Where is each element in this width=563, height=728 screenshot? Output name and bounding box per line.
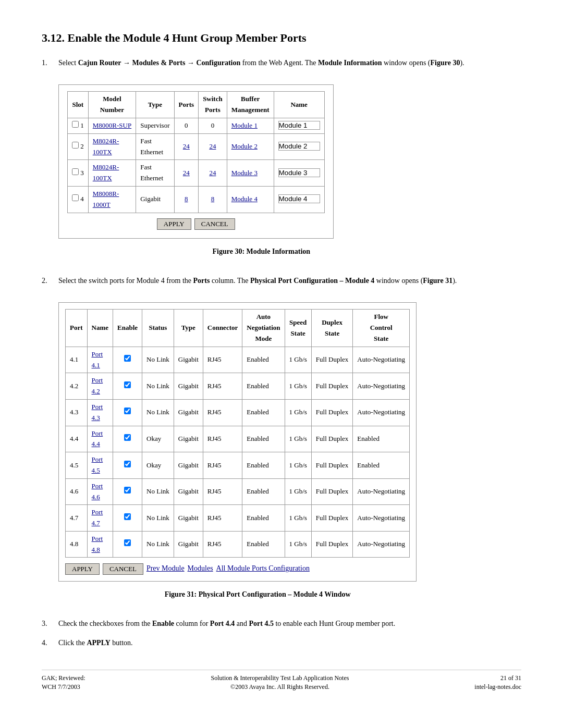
slot-checkbox-4[interactable]	[72, 194, 79, 201]
model-link-1[interactable]: M8000R-SUP	[93, 121, 131, 129]
ptype-cell-7: Gigabit	[174, 505, 203, 532]
col-ptype: Type	[174, 310, 203, 347]
model-cell-2: M8024R-100TX	[88, 133, 136, 160]
model-link-4[interactable]: M8008R-1000T	[93, 190, 119, 208]
footer-center2: ©2003 Avaya Inc. All Rights Reserved.	[211, 683, 349, 691]
pname-link-2[interactable]: Port4.2	[92, 376, 103, 395]
name-input-4[interactable]	[278, 194, 320, 203]
bufmgmt-link-3[interactable]: Module 3	[231, 169, 258, 177]
module-row-3: 3M8024R-100TXFastEthernet2424Module 3	[68, 160, 325, 187]
slot-checkbox-3[interactable]	[72, 168, 79, 175]
model-link-2[interactable]: M8024R-100TX	[93, 137, 119, 156]
connector-cell-5: RJ45	[203, 452, 242, 479]
connector-cell-8: RJ45	[203, 531, 242, 558]
switchports-link-4[interactable]: 8	[211, 195, 215, 203]
pname-link-6[interactable]: Port4.6	[92, 482, 103, 501]
enable-checkbox-5[interactable]	[124, 461, 131, 467]
bufmgmt-cell-2: Module 2	[227, 133, 274, 160]
pname-link-7[interactable]: Port4.7	[92, 508, 103, 527]
switchports-link-2[interactable]: 24	[209, 142, 216, 150]
bufmgmt-link-1[interactable]: Module 1	[231, 121, 258, 129]
pname-link-8[interactable]: Port4.8	[92, 535, 103, 553]
pname-link-4[interactable]: Port4.4	[92, 429, 103, 448]
ports-link-2[interactable]: 24	[183, 142, 190, 150]
enable-checkbox-1[interactable]	[124, 355, 131, 362]
ports-link-4[interactable]: 8	[185, 195, 188, 203]
prev-module-link[interactable]: Prev Module	[146, 563, 185, 574]
model-link-3[interactable]: M8024R-100TX	[93, 163, 119, 182]
figure-31-cancel-btn[interactable]: CANCEL	[103, 563, 143, 575]
autoneg-cell-4: Enabled	[242, 426, 285, 452]
name-cell-2	[274, 133, 324, 160]
pport-cell-2: 4.2	[66, 373, 88, 400]
pname-link-3[interactable]: Port4.3	[92, 403, 103, 422]
pname-cell-5: Port4.5	[87, 452, 113, 479]
switchports-cell-3: 24	[199, 160, 227, 187]
ptype-cell-8: Gigabit	[174, 531, 203, 558]
col-model: ModelNumber	[88, 92, 136, 118]
pport-cell-6: 4.6	[66, 478, 88, 505]
bufmgmt-link-2[interactable]: Module 2	[231, 142, 258, 150]
switchports-link-3[interactable]: 24	[209, 169, 216, 177]
figure-30-cancel-btn[interactable]: CANCEL	[194, 218, 235, 230]
port-row-3: 4.3Port4.3No LinkGigabitRJ45Enabled1 Gb/…	[66, 399, 410, 426]
enable-checkbox-2[interactable]	[124, 381, 131, 388]
all-module-ports-link[interactable]: All Module Ports Configuration	[216, 563, 310, 574]
name-input-1[interactable]	[278, 121, 320, 130]
name-input-3[interactable]	[278, 168, 320, 177]
enable-cell-7	[113, 505, 142, 532]
connector-cell-2: RJ45	[203, 373, 242, 400]
flow-cell-5: Enabled	[353, 452, 410, 479]
autoneg-cell-8: Enabled	[242, 531, 285, 558]
status-cell-6: No Link	[142, 478, 174, 505]
pname-link-1[interactable]: Port4.1	[92, 350, 103, 369]
module-row-1: 1M8000R-SUPSupervisor00Module 1	[68, 118, 325, 133]
enable-cell-1	[113, 347, 142, 373]
step-4: 4. Click the APPLY button.	[42, 637, 521, 649]
pport-cell-8: 4.8	[66, 531, 88, 558]
ports-link-3[interactable]: 24	[183, 169, 190, 177]
enable-cell-2	[113, 373, 142, 400]
enable-checkbox-4[interactable]	[124, 434, 131, 441]
autoneg-cell-1: Enabled	[242, 347, 285, 373]
figure-31-apply-btn[interactable]: APPLY	[65, 563, 100, 575]
step-1-text: Select Cajun Router → Modules & Ports → …	[58, 59, 464, 67]
step-1-num: 1.	[42, 57, 52, 268]
flow-cell-4: Enabled	[353, 426, 410, 452]
slot-checkbox-2[interactable]	[72, 142, 79, 149]
enable-checkbox-8[interactable]	[124, 539, 131, 546]
footer-left1: GAK; Reviewed:	[42, 674, 85, 682]
switchports-cell-2: 24	[199, 133, 227, 160]
enable-checkbox-7[interactable]	[124, 513, 131, 520]
ptype-cell-3: Gigabit	[174, 399, 203, 426]
enable-checkbox-6[interactable]	[124, 487, 131, 493]
status-cell-5: Okay	[142, 452, 174, 479]
col-enable: Enable	[113, 310, 142, 347]
duplex-cell-6: Full Duplex	[311, 478, 352, 505]
col-name: Name	[274, 92, 324, 118]
name-input-2[interactable]	[278, 142, 320, 151]
enable-checkbox-3[interactable]	[124, 408, 131, 414]
name-cell-4	[274, 186, 324, 213]
duplex-cell-3: Full Duplex	[311, 399, 352, 426]
flow-cell-3: Auto-Negotiating	[353, 399, 410, 426]
step-3-content: Check the checkboxes from the Enable col…	[58, 618, 395, 630]
col-slot: Slot	[68, 92, 89, 118]
pport-cell-7: 4.7	[66, 505, 88, 532]
step-2: 2. Select the switch ports for Module 4 …	[42, 275, 521, 611]
figure-30-apply-btn[interactable]: APPLY	[157, 218, 191, 230]
figure-30-container: Slot ModelNumber Type Ports SwitchPorts …	[58, 84, 334, 238]
pport-cell-5: 4.5	[66, 452, 88, 479]
bufmgmt-link-4[interactable]: Module 4	[231, 195, 258, 203]
page-title: 3.12. Enable the Module 4 Hunt Group Mem…	[42, 31, 521, 45]
flow-cell-6: Auto-Negotiating	[353, 478, 410, 505]
slot-cell-2: 2	[68, 133, 89, 160]
enable-cell-3	[113, 399, 142, 426]
pname-link-5[interactable]: Port4.5	[92, 455, 103, 474]
col-pname: Name	[87, 310, 113, 347]
slot-checkbox-1[interactable]	[72, 121, 79, 128]
modules-link[interactable]: Modules	[188, 563, 213, 574]
flow-cell-2: Auto-Negotiating	[353, 373, 410, 400]
ports-cell-2: 24	[174, 133, 199, 160]
port-row-4: 4.4Port4.4OkayGigabitRJ45Enabled1 Gb/sFu…	[66, 426, 410, 452]
